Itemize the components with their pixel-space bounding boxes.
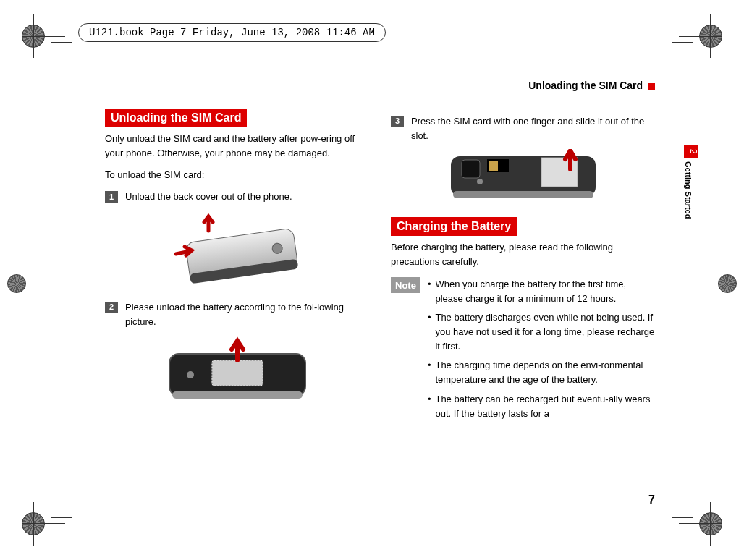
- step-1: 1 Unload the back cover out of the phone…: [105, 190, 369, 204]
- trim-corner: [664, 489, 693, 518]
- running-head: Unloading the SIM Card: [528, 80, 655, 91]
- note-item: The battery can be recharged but eventu-…: [435, 392, 655, 421]
- charging-intro: Before charging the battery, please read…: [391, 240, 655, 269]
- figure-back-cover: [105, 211, 369, 290]
- svg-point-7: [187, 371, 194, 378]
- svg-rect-5: [212, 360, 263, 386]
- document-meta-header: U121.book Page 7 Friday, June 13, 2008 1…: [78, 23, 386, 42]
- intro-text-2: To unload the SIM card:: [105, 168, 369, 182]
- note-badge: Note: [391, 277, 420, 293]
- page-number: 7: [648, 493, 655, 506]
- running-head-marker-icon: [648, 83, 655, 90]
- chapter-number-badge: 2: [684, 145, 698, 158]
- svg-rect-10: [462, 160, 480, 178]
- section-heading-charging: Charging the Battery: [391, 217, 517, 236]
- crop-mark-mid-right: [701, 268, 737, 304]
- svg-rect-8: [172, 391, 303, 399]
- trim-corner: [664, 42, 693, 71]
- figure-battery: [105, 335, 369, 407]
- figure-sim-slide: [391, 149, 655, 207]
- page-content: Unloading the SIM Card 2 Getting Started…: [105, 65, 655, 499]
- side-tab: 2 Getting Started: [684, 145, 698, 219]
- note-item: The charging time depends on the envi-ro…: [435, 358, 655, 387]
- trim-corner: [51, 42, 80, 71]
- section-heading-unloading-sim: Unloading the SIM Card: [105, 109, 247, 127]
- svg-point-13: [477, 179, 483, 184]
- step-number-badge: 1: [105, 191, 118, 203]
- left-column: Unloading the SIM Card Only unload the S…: [105, 109, 369, 425]
- crop-mark-mid-left: [7, 268, 43, 304]
- note-block: Note •When you charge the battery for th…: [391, 277, 655, 425]
- right-column: 3 Press the SIM card with one finger and…: [391, 109, 655, 425]
- svg-rect-15: [453, 191, 593, 198]
- step-text: Please unload the battery according to t…: [125, 300, 369, 329]
- running-head-text: Unloading the SIM Card: [528, 80, 643, 91]
- step-2: 2 Please unload the battery according to…: [105, 300, 369, 329]
- note-list: •When you charge the battery for the fir…: [428, 277, 655, 425]
- note-item: The battery discharges even while not be…: [435, 310, 655, 354]
- note-item: When you charge the battery for the firs…: [435, 277, 655, 306]
- svg-rect-12: [489, 161, 498, 171]
- step-text: Press the SIM card with one finger and s…: [411, 114, 655, 143]
- step-3: 3 Press the SIM card with one finger and…: [391, 114, 655, 143]
- chapter-title-vertical: Getting Started: [684, 158, 693, 219]
- step-number-badge: 3: [391, 116, 404, 127]
- intro-text: Only unload the SIM card and the battery…: [105, 132, 369, 161]
- trim-corner: [51, 489, 80, 518]
- step-text: Unload the back cover out of the phone.: [125, 190, 292, 204]
- step-number-badge: 2: [105, 302, 118, 313]
